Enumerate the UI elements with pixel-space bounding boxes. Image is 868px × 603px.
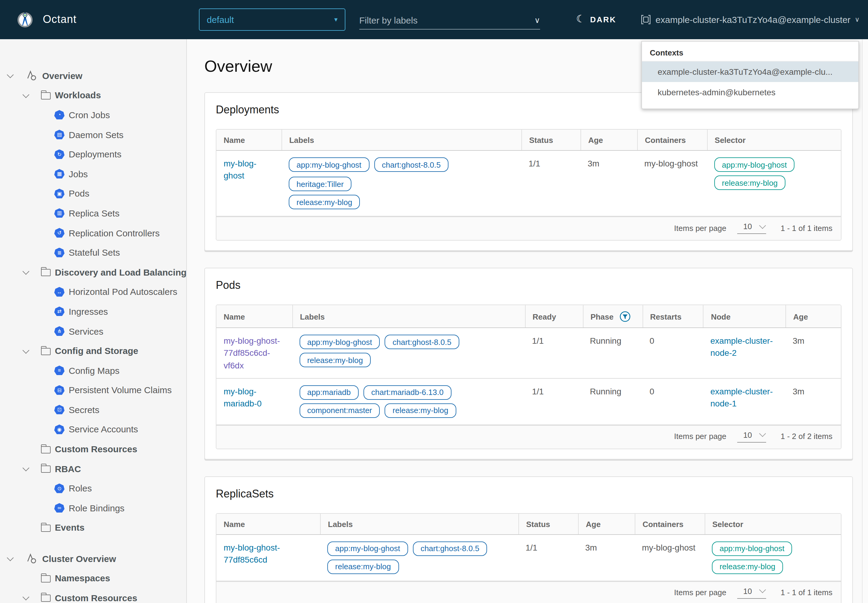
pod-icon: ▣ xyxy=(54,189,65,198)
table-cell: my-blog-ghost-77df85c6cd-vf6dx xyxy=(216,328,292,378)
label-pill-row: release:my-blog xyxy=(327,560,511,574)
column-header-phase: Phase xyxy=(582,305,642,328)
chevron-down-icon[interactable] xyxy=(22,593,31,603)
cell-link[interactable]: example-cluster-node-2 xyxy=(710,336,773,358)
theme-toggle-label: DARK xyxy=(590,15,616,24)
label-pill[interactable]: chart:mariadb-6.13.0 xyxy=(363,385,451,400)
items-per-page-select[interactable]: 10 xyxy=(737,222,766,234)
table-cell: my-blog-ghost-77df85c6cd xyxy=(216,535,320,581)
chevron-down-icon[interactable] xyxy=(22,267,31,277)
table-row: my-blog-ghost-77df85c6cd-vf6dxapp:my-blo… xyxy=(216,328,841,379)
selector-pill[interactable]: release:my-blog xyxy=(712,560,783,574)
cronjob-icon: ◔ xyxy=(54,110,65,120)
selector-pill[interactable]: app:my-blog-ghost xyxy=(712,541,792,556)
column-header-labels: Labels xyxy=(292,305,525,328)
label-pill-group: app:my-blog-ghostchart:ghost-8.0.5herita… xyxy=(289,158,514,209)
label-pill[interactable]: heritage:Tiller xyxy=(289,177,352,191)
chevron-down-icon[interactable] xyxy=(6,71,15,80)
sidebar-item-namespaces[interactable]: Namespaces xyxy=(0,568,186,588)
label-pill[interactable]: chart:ghost-8.0.5 xyxy=(385,335,459,349)
cell-link[interactable]: my-blog-ghost-77df85c6cd-vf6dx xyxy=(224,336,280,370)
sidebar-item-cluster-overview[interactable]: Cluster Overview xyxy=(0,549,186,568)
label-pill[interactable]: app:my-blog-ghost xyxy=(327,541,408,556)
folder-icon xyxy=(41,523,51,532)
column-header-labels: Labels xyxy=(281,130,521,150)
context-menu-item[interactable]: example-cluster-ka3TuTzYo4a@example-clu.… xyxy=(642,62,858,82)
sidebar-item-horizontal-pod-autoscalers[interactable]: ↔Horizontal Pod Autoscalers xyxy=(0,282,186,302)
sidebar-item-daemon-sets[interactable]: ▤Daemon Sets xyxy=(0,125,186,144)
chevron-down-icon[interactable] xyxy=(22,90,31,100)
sidebar-item-custom-resources[interactable]: Custom Resources xyxy=(0,439,186,459)
secret-icon: ⊡ xyxy=(54,405,65,414)
sidebar-item-overview[interactable]: Overview xyxy=(0,66,186,85)
sidebar-item-persistent-volume-claims[interactable]: ⊟Persistent Volume Claims xyxy=(0,380,186,400)
table-pagination: Items per page101 - 1 of 1 items xyxy=(216,216,841,240)
label-pill[interactable]: chart:ghost-8.0.5 xyxy=(412,541,487,556)
column-header-label: Containers xyxy=(643,520,684,529)
chevron-down-icon[interactable] xyxy=(6,554,15,563)
sidebar-item-secrets[interactable]: ⊡Secrets xyxy=(0,400,186,419)
namespace-selector[interactable]: default ▾ xyxy=(199,8,345,31)
cronjob-icon: ◔ xyxy=(54,110,65,120)
label-pill[interactable]: release:my-blog xyxy=(289,195,360,209)
service-icon: ⋔ xyxy=(54,326,65,336)
sidebar-item-workloads[interactable]: Workloads xyxy=(0,85,186,105)
label-pill[interactable]: app:my-blog-ghost xyxy=(289,158,369,172)
sidebar-item-label: Persistent Volume Claims xyxy=(69,385,172,395)
role-binding-icon: ∞ xyxy=(54,503,65,513)
table-cell: 1/1 xyxy=(518,535,578,581)
selector-pill[interactable]: app:my-blog-ghost xyxy=(714,158,794,172)
items-per-page-select[interactable]: 10 xyxy=(737,587,766,599)
label-pill[interactable]: app:my-blog-ghost xyxy=(299,335,380,349)
label-pill[interactable]: component:master xyxy=(299,404,380,418)
theme-toggle[interactable]: ☾ DARK xyxy=(576,13,616,26)
sidebar-item-stateful-sets[interactable]: ≣Stateful Sets xyxy=(0,243,186,262)
filter-icon[interactable] xyxy=(620,311,630,322)
label-pill[interactable]: chart:ghost-8.0.5 xyxy=(374,158,448,172)
sidebar-item-custom-resources[interactable]: Custom Resources xyxy=(0,588,186,603)
label-filter-input[interactable] xyxy=(359,15,530,25)
label-pill[interactable]: release:my-blog xyxy=(299,353,371,367)
sidebar-item-services[interactable]: ⋔Services xyxy=(0,321,186,341)
label-pill[interactable]: release:my-blog xyxy=(327,560,399,574)
chevron-down-icon[interactable]: ∨ xyxy=(534,15,540,25)
sidebar-item-config-maps[interactable]: ≡Config Maps xyxy=(0,360,186,380)
sidebar-item-label: Secrets xyxy=(69,405,99,415)
sidebar-item-discovery-and-load-balancing[interactable]: Discovery and Load Balancing xyxy=(0,262,186,282)
scrollbar-track[interactable] xyxy=(862,39,868,603)
items-per-page-select[interactable]: 10 xyxy=(737,431,766,442)
table-cell: my-blog-ghost xyxy=(216,151,281,216)
sidebar-item-jobs[interactable]: ▦Jobs xyxy=(0,164,186,184)
label-pill[interactable]: release:my-blog xyxy=(385,404,456,418)
sidebar-item-label: Roles xyxy=(69,483,92,493)
sidebar-item-ingresses[interactable]: ⇄Ingresses xyxy=(0,302,186,321)
sidebar-item-cron-jobs[interactable]: ◔Cron Jobs xyxy=(0,105,186,125)
table-cell: Running xyxy=(582,328,642,378)
label-pill[interactable]: app:mariadb xyxy=(299,385,359,400)
table-row: my-blog-ghost-77df85c6cdapp:my-blog-ghos… xyxy=(216,535,841,581)
column-header-selector: Selector xyxy=(704,514,841,534)
selector-pill[interactable]: release:my-blog xyxy=(714,175,785,190)
cell-link[interactable]: my-blog-ghost xyxy=(224,159,256,181)
chevron-down-icon[interactable] xyxy=(22,464,31,473)
sidebar-item-replica-sets[interactable]: ▥Replica Sets xyxy=(0,203,186,223)
column-header-label: Ready xyxy=(533,312,556,321)
sidebar-item-service-accounts[interactable]: ◉Service Accounts xyxy=(0,419,186,439)
context-switcher[interactable]: example-cluster-ka3TuTzYo4a@example-clus… xyxy=(641,14,860,25)
sidebar-item-replication-controllers[interactable]: ↺Replication Controllers xyxy=(0,223,186,243)
sidebar-item-pods[interactable]: ▣Pods xyxy=(0,184,186,203)
sidebar-item-deployments[interactable]: ↻Deployments xyxy=(0,144,186,164)
sidebar-item-events[interactable]: Events xyxy=(0,518,186,537)
table-cell: 0 xyxy=(642,328,703,378)
sidebar-item-config-and-storage[interactable]: Config and Storage xyxy=(0,341,186,360)
cell-link[interactable]: example-cluster-node-1 xyxy=(710,387,773,408)
chevron-down-icon[interactable] xyxy=(22,346,31,356)
sidebar-item-rbac[interactable]: RBAC xyxy=(0,459,186,478)
folder-icon xyxy=(41,346,51,355)
context-menu-item[interactable]: kubernetes-admin@kubernetes xyxy=(642,82,858,102)
context-switcher-label: example-cluster-ka3TuTzYo4a@example-clus… xyxy=(655,14,851,25)
cell-link[interactable]: my-blog-ghost-77df85c6cd xyxy=(224,543,280,565)
sidebar-item-roles[interactable]: ⊙Roles xyxy=(0,478,186,498)
sidebar-item-role-bindings[interactable]: ∞Role Bindings xyxy=(0,498,186,518)
cell-link[interactable]: my-blog-mariadb-0 xyxy=(224,387,262,408)
